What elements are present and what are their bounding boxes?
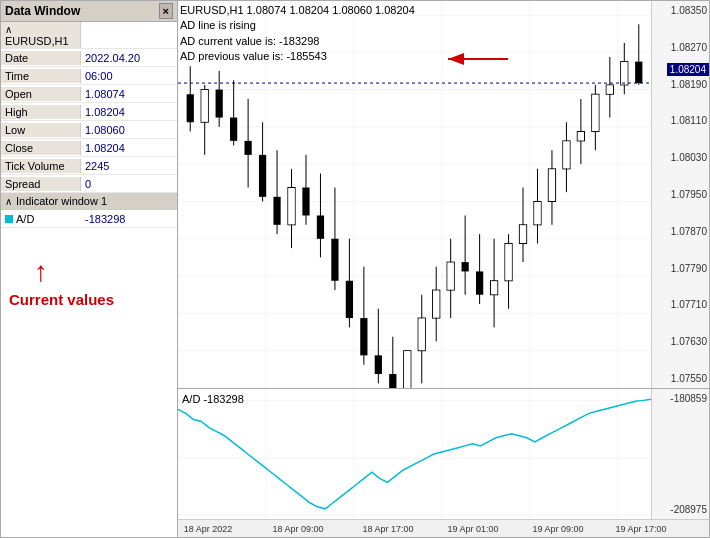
time-label-2: 18 Apr 17:00 (362, 524, 413, 534)
time-label: Time (1, 69, 81, 83)
chart-panel: EURUSD,H1 1.08074 1.08204 1.08060 1.0820… (178, 0, 710, 538)
symbol-label: ∧ EURUSD,H1 (1, 22, 81, 48)
tickvolume-label: Tick Volume (1, 159, 81, 173)
indicator-name: A/D (1, 212, 81, 226)
low-value: 1.08060 (81, 123, 129, 137)
indicator-section-header: ∧ Indicator window 1 (1, 193, 177, 210)
price-axis: 1.08350 1.08270 1.08190 1.08110 1.08030 … (651, 1, 709, 388)
indicator-chart[interactable]: A/D -183298 -180859 -208975 (178, 389, 709, 519)
indicator-price-axis: -180859 -208975 (651, 389, 709, 519)
tickvolume-value: 2245 (81, 159, 113, 173)
price-label-0: 1.08350 (654, 5, 707, 16)
date-row: Date 2022.04.20 (1, 49, 177, 67)
data-window-title: Data Window (5, 4, 80, 18)
high-value: 1.08204 (81, 105, 129, 119)
price-label-6: 1.07870 (654, 226, 707, 237)
chart-info-bar: EURUSD,H1 1.08074 1.08204 1.08060 1.0820… (180, 3, 415, 65)
price-label-4: 1.08030 (654, 152, 707, 163)
time-value: 06:00 (81, 69, 117, 83)
time-label-0: 18 Apr 2022 (184, 524, 233, 534)
indicator-price-bottom: -208975 (654, 504, 707, 515)
indicator-section-title: Indicator window 1 (16, 195, 107, 207)
current-values-label: Current values (9, 290, 114, 310)
indicator-row: A/D -183298 (1, 210, 177, 228)
spread-label: Spread (1, 177, 81, 191)
low-label: Low (1, 123, 81, 137)
current-values-annotation: ↑ Current values (1, 248, 177, 537)
open-value: 1.08074 (81, 87, 129, 101)
data-window-close-button[interactable]: × (159, 3, 173, 19)
up-arrow-icon: ↑ (34, 258, 48, 286)
price-label-7: 1.07790 (654, 263, 707, 274)
spread-row: Spread 0 (1, 175, 177, 193)
time-label-1: 18 Apr 09:00 (272, 524, 323, 534)
close-row: Close 1.08204 (1, 139, 177, 157)
open-label: Open (1, 87, 81, 101)
data-window-header: Data Window × (1, 1, 177, 22)
time-label-5: 19 Apr 17:00 (615, 524, 666, 534)
spread-value: 0 (81, 177, 95, 191)
low-row: Low 1.08060 (1, 121, 177, 139)
date-label: Date (1, 51, 81, 65)
price-label-3: 1.08110 (654, 115, 707, 126)
ad-current-line: AD current value is: -183298 (180, 34, 415, 49)
price-label-8: 1.07710 (654, 299, 707, 310)
indicator-canvas (178, 389, 651, 519)
tickvolume-row: Tick Volume 2245 (1, 157, 177, 175)
symbol-info-line: EURUSD,H1 1.08074 1.08204 1.08060 1.0820… (180, 3, 415, 18)
open-row: Open 1.08074 (1, 85, 177, 103)
date-value: 2022.04.20 (81, 51, 144, 65)
time-label-4: 19 Apr 09:00 (532, 524, 583, 534)
price-label-2: 1.08190 (654, 79, 707, 90)
indicator-chart-label: A/D -183298 (182, 393, 244, 405)
time-label-3: 19 Apr 01:00 (447, 524, 498, 534)
indicator-price-top: -180859 (654, 393, 707, 404)
ad-previous-line: AD previous value is: -185543 (180, 49, 415, 64)
symbol-row: ∧ EURUSD,H1 (1, 22, 177, 49)
price-label-1: 1.08270 (654, 42, 707, 53)
price-label-5: 1.07950 (654, 189, 707, 200)
time-axis: 18 Apr 2022 18 Apr 09:00 18 Apr 17:00 19… (178, 519, 709, 537)
indicator-color-dot (5, 215, 13, 223)
price-label-9: 1.07630 (654, 336, 707, 347)
ad-rising-line: AD line is rising (180, 18, 415, 33)
close-value: 1.08204 (81, 141, 129, 155)
data-window-panel: Data Window × ∧ EURUSD,H1 Date 2022.04.2… (0, 0, 178, 538)
time-row: Time 06:00 (1, 67, 177, 85)
close-label: Close (1, 141, 81, 155)
high-row: High 1.08204 (1, 103, 177, 121)
high-label: High (1, 105, 81, 119)
price-label-10: 1.07550 (654, 373, 707, 384)
indicator-value: -183298 (81, 212, 129, 226)
indicator-section-arrow: ∧ (5, 196, 12, 207)
main-chart[interactable]: EURUSD,H1 1.08074 1.08204 1.08060 1.0820… (178, 1, 709, 389)
current-price-badge: 1.08204 (667, 63, 709, 76)
